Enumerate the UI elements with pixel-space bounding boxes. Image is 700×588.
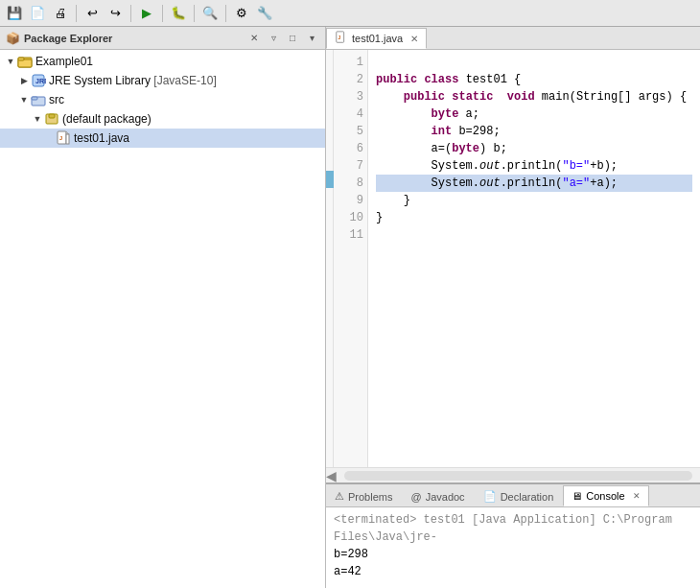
toolbar-btn-print[interactable]: 🖨 <box>50 3 71 24</box>
marker-6 <box>326 136 333 153</box>
panel-close-icon[interactable]: ✕ <box>246 31 262 46</box>
tree-label-jre: JRE System Library [JavaSE-10] <box>49 74 217 87</box>
marker-2 <box>326 67 333 84</box>
tab-console[interactable]: 🖥 Console ✕ <box>563 485 648 506</box>
svg-text:J: J <box>59 135 62 141</box>
svg-text:JRE: JRE <box>35 78 46 84</box>
toolbar-btn-search[interactable]: 🔍 <box>199 3 221 24</box>
marker-8 <box>326 171 334 188</box>
code-line-4: byte a; <box>376 106 692 123</box>
toolbar-sep-4 <box>194 5 195 22</box>
bottom-panel: ⚠ Problems @ Javadoc 📄 Declaration 🖥 Con… <box>326 482 700 588</box>
java-file-icon: J <box>56 130 71 146</box>
marker-9 <box>326 188 333 205</box>
svg-rect-2 <box>18 58 24 60</box>
tree-label-src: src <box>49 93 64 106</box>
toolbar-btn-redo[interactable]: ↪ <box>105 3 126 24</box>
toolbar-sep-1 <box>76 5 77 22</box>
package-icon <box>44 111 59 127</box>
console-close-icon[interactable]: ✕ <box>633 491 641 501</box>
problems-icon: ⚠ <box>335 490 344 503</box>
tree-label-default-pkg: (default package) <box>62 112 152 126</box>
code-content[interactable]: public class test01 { public static void… <box>368 50 700 467</box>
code-line-9: } <box>376 192 692 209</box>
right-panel: J test01.java ✕ <box>326 27 700 588</box>
toolbar-btn-save[interactable]: 💾 <box>4 3 25 24</box>
console-output-b: b=298 <box>334 546 692 563</box>
code-line-3: public static void main(String[] args) { <box>376 88 692 106</box>
marker-10 <box>326 205 333 223</box>
project-icon <box>17 54 33 69</box>
code-line-2: public class test01 { <box>376 71 692 88</box>
code-line-1 <box>376 54 692 71</box>
panel-header: 📦 Package Explorer ✕ ▿ □ ▾ <box>0 27 325 50</box>
code-editor: 1 2 3 4 5 6 7 8 9 10 11 public class tes… <box>326 50 700 467</box>
tree-label-test01: test01.java <box>74 131 129 145</box>
code-line-10: } <box>376 209 692 226</box>
problems-label: Problems <box>348 491 392 503</box>
code-line-6: a=(byte) b; <box>376 140 692 157</box>
javadoc-icon: @ <box>410 491 421 503</box>
marker-5 <box>326 119 333 136</box>
horizontal-scrollbar-area: ◀ <box>326 467 700 482</box>
toolbar-btn-run[interactable]: ▶ <box>136 3 157 24</box>
code-line-8: System.out.println("a="+a); <box>376 175 692 192</box>
main-toolbar: 💾 📄 🖨 ↩ ↪ ▶ 🐛 🔍 ⚙ 🔧 <box>0 0 700 27</box>
package-explorer-panel: 📦 Package Explorer ✕ ▿ □ ▾ ▼ Example01 <box>0 27 326 588</box>
panel-menu-icon[interactable]: ▾ <box>304 31 319 46</box>
marker-7 <box>326 153 333 171</box>
editor-tab-test01[interactable]: J test01.java ✕ <box>326 28 427 49</box>
hscrollbar[interactable] <box>344 471 692 481</box>
src-folder-icon <box>31 92 46 107</box>
svg-rect-11 <box>66 134 69 144</box>
tab-declaration[interactable]: 📄 Declaration <box>475 485 563 506</box>
svg-rect-6 <box>32 97 37 100</box>
tab-close-icon[interactable]: ✕ <box>410 34 418 44</box>
marker-3 <box>326 84 333 102</box>
line-numbers: 1 2 3 4 5 6 7 8 9 10 11 <box>334 50 368 467</box>
panel-maximize-icon[interactable]: □ <box>285 31 300 46</box>
svg-text:J: J <box>338 35 341 40</box>
console-terminated-line: <terminated> test01 [Java Application] C… <box>334 511 692 546</box>
toolbar-btn-settings[interactable]: ⚙ <box>231 3 252 24</box>
panel-title: Package Explorer <box>24 33 243 44</box>
toolbar-sep-3 <box>162 5 163 22</box>
code-line-5: int b=298; <box>376 123 692 140</box>
toolbar-btn-new[interactable]: 📄 <box>27 3 48 24</box>
panel-minimize-icon[interactable]: ▿ <box>266 31 281 46</box>
jre-icon: JRE <box>31 73 46 88</box>
console-icon: 🖥 <box>572 490 582 502</box>
javadoc-label: Javadoc <box>426 491 465 503</box>
bottom-tabs: ⚠ Problems @ Javadoc 📄 Declaration 🖥 Con… <box>326 484 700 507</box>
declaration-label: Declaration <box>501 491 554 503</box>
tree-item-test01[interactable]: J test01.java <box>0 129 325 148</box>
panel-explorer-icon: 📦 <box>6 32 20 45</box>
toolbar-btn-undo[interactable]: ↩ <box>82 3 103 24</box>
svg-rect-8 <box>49 114 55 118</box>
toolbar-btn-tools[interactable]: 🔧 <box>254 3 275 24</box>
code-line-11 <box>376 226 692 244</box>
line-marker-column <box>326 50 334 467</box>
tree-arrow-jre[interactable]: ▶ <box>17 74 31 87</box>
toolbar-btn-debug[interactable]: 🐛 <box>168 3 189 24</box>
console-output-a: a=42 <box>334 563 692 580</box>
scroll-left-btn[interactable]: ◀ <box>326 468 337 483</box>
package-explorer-tree: ▼ Example01 ▶ JRE <box>0 50 325 588</box>
toolbar-sep-2 <box>130 5 131 22</box>
tree-item-default-pkg[interactable]: ▼ (default package) <box>0 109 325 129</box>
console-output: <terminated> test01 [Java Application] C… <box>326 507 700 588</box>
tree-item-example01[interactable]: ▼ Example01 <box>0 52 325 71</box>
tree-arrow-src[interactable]: ▼ <box>17 93 31 106</box>
tree-item-jre[interactable]: ▶ JRE JRE System Library [JavaSE-10] <box>0 71 325 90</box>
code-line-7: System.out.println("b="+b); <box>376 157 692 175</box>
marker-4 <box>326 102 333 119</box>
tree-item-src[interactable]: ▼ src <box>0 90 325 109</box>
editor-tabs: J test01.java ✕ <box>326 27 700 50</box>
tab-label-test01: test01.java <box>352 33 403 44</box>
tree-arrow-example01[interactable]: ▼ <box>4 55 17 68</box>
marker-11 <box>326 223 333 240</box>
tab-javadoc[interactable]: @ Javadoc <box>402 485 473 506</box>
tree-arrow-pkg[interactable]: ▼ <box>31 112 44 126</box>
declaration-icon: 📄 <box>483 490 497 503</box>
tab-problems[interactable]: ⚠ Problems <box>326 485 401 506</box>
